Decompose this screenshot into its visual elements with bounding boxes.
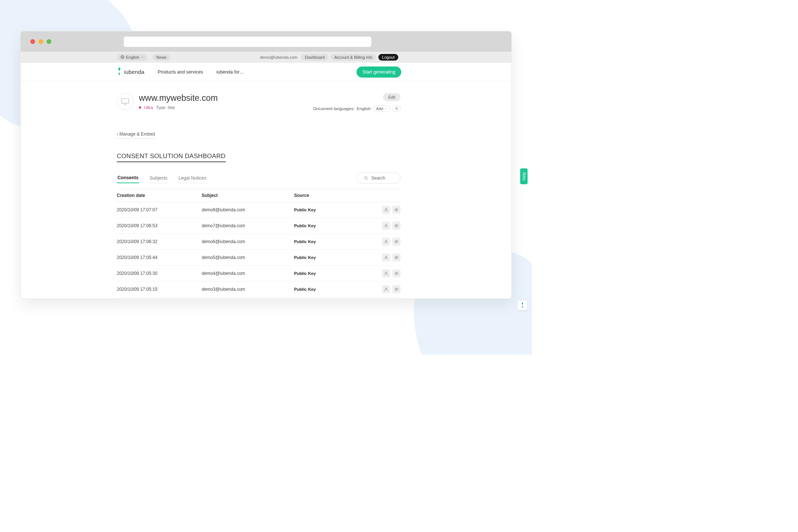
logout-label: Logout [382, 55, 395, 59]
manage-embed-back-link[interactable]: ‹ Manage & Embed [117, 132, 155, 139]
view-consent-button[interactable] [392, 222, 400, 230]
table-row: 2020/10/09 17:05:15demo3@iubenda.comPubl… [117, 282, 400, 297]
user-icon [384, 224, 388, 228]
news-button[interactable]: News [153, 54, 170, 61]
table-row: 2020/10/09 17:05:30demo4@iubenda.comPubl… [117, 266, 400, 282]
view-consent-button[interactable] [392, 269, 400, 277]
svg-point-17 [385, 288, 387, 289]
svg-point-8 [396, 209, 397, 211]
cell-source: Public Key [294, 239, 367, 244]
plan-name: Ultra [144, 105, 153, 110]
close-window-icon[interactable] [30, 39, 35, 44]
row-actions [367, 253, 400, 262]
edit-button[interactable]: Edit [383, 93, 400, 101]
view-subject-button[interactable] [382, 238, 390, 246]
col-creation-date: Creation date [117, 193, 202, 198]
delete-site-button[interactable] [392, 105, 400, 112]
news-label: News [156, 55, 167, 59]
row-actions [367, 269, 400, 277]
search-input[interactable]: Search [356, 173, 400, 184]
cell-date: 2020/10/09 17:06:53 [117, 223, 202, 228]
help-tab[interactable]: Help [520, 168, 528, 184]
view-consent-button[interactable] [392, 285, 400, 293]
svg-point-11 [385, 240, 387, 242]
view-subject-button[interactable] [382, 206, 390, 214]
view-consent-button[interactable] [392, 253, 400, 262]
dashboard-title: CONSENT SOLUTION DASHBOARD [117, 153, 226, 162]
eye-icon [394, 239, 399, 244]
brand-fab[interactable] [517, 300, 528, 310]
minimize-window-icon[interactable] [38, 39, 43, 44]
plan-indicator-icon [139, 106, 141, 109]
browser-window: English News demo@iubenda.com Dashboard … [20, 31, 512, 299]
view-consent-button[interactable] [392, 206, 400, 214]
cell-source: Public Key [294, 287, 367, 291]
eye-icon [394, 287, 399, 291]
tab-subjects[interactable]: Subjects [149, 173, 168, 183]
svg-rect-4 [119, 71, 120, 73]
logout-button[interactable]: Logout [378, 54, 398, 61]
view-subject-button[interactable] [382, 269, 390, 277]
eye-icon [394, 255, 399, 260]
view-consent-button[interactable] [392, 238, 400, 246]
svg-rect-5 [122, 99, 129, 103]
view-subject-button[interactable] [382, 285, 390, 293]
svg-point-12 [396, 241, 397, 242]
svg-point-7 [385, 208, 387, 210]
eye-icon [394, 271, 399, 276]
doc-languages-value: English [357, 106, 371, 111]
svg-point-16 [396, 273, 397, 274]
table-row: 2020/10/09 17:06:53demo7@iubenda.comPubl… [117, 218, 400, 234]
main-nav: iubenda Products and services iubenda fo… [21, 63, 511, 81]
cell-subject: demo8@iubenda.com [202, 207, 294, 212]
cell-date: 2020/10/09 17:06:32 [117, 239, 202, 244]
cell-date: 2020/10/09 17:05:44 [117, 255, 202, 260]
browser-chrome [21, 31, 511, 52]
trash-icon [395, 107, 398, 110]
table-row: 2020/10/09 17:05:44demo5@iubenda.comPubl… [117, 250, 400, 266]
table-row: 2020/10/09 17:04:57demo2@iubenda.comPubl… [117, 297, 400, 299]
address-bar[interactable] [124, 37, 371, 47]
view-subject-button[interactable] [382, 222, 390, 230]
col-source: Source [294, 193, 367, 198]
cell-subject: demo5@iubenda.com [202, 255, 294, 260]
col-subject: Subject [202, 193, 294, 198]
eye-icon [394, 224, 399, 228]
cell-date: 2020/10/09 17:05:30 [117, 271, 202, 276]
consents-table: Creation date Subject Source 2020/10/09 … [117, 189, 400, 299]
utility-bar: English News demo@iubenda.com Dashboard … [21, 52, 511, 63]
start-generating-button[interactable]: Start generating [357, 66, 401, 78]
svg-point-18 [396, 289, 397, 290]
nav-iubenda-for[interactable]: iubenda for… [216, 69, 244, 75]
language-selector[interactable]: English [117, 54, 147, 61]
svg-point-15 [385, 272, 387, 273]
svg-rect-28 [522, 305, 522, 306]
dashboard-link[interactable]: Dashboard [301, 54, 328, 61]
row-actions [367, 222, 400, 230]
view-subject-button[interactable] [382, 253, 390, 262]
add-language-button[interactable]: Add [373, 105, 390, 112]
add-label: Add [376, 106, 383, 111]
brand-logo[interactable]: iubenda [117, 68, 144, 76]
table-row: 2020/10/09 17:07:07demo8@iubenda.comPubl… [117, 202, 400, 218]
site-type: Type: Site [156, 105, 175, 110]
user-icon [384, 239, 388, 244]
doc-languages-label: Document languages: [313, 106, 355, 111]
maximize-window-icon[interactable] [47, 39, 51, 44]
dashboard-label: Dashboard [305, 55, 325, 59]
eye-icon [394, 208, 399, 212]
cell-source: Public Key [294, 208, 367, 212]
chevron-down-icon [384, 108, 387, 110]
svg-point-10 [396, 225, 397, 226]
account-billing-link[interactable]: Account & Billing info [331, 54, 376, 61]
cell-date: 2020/10/09 17:07:07 [117, 207, 202, 212]
nav-products[interactable]: Products and services [158, 69, 203, 75]
table-header: Creation date Subject Source [117, 189, 400, 202]
user-icon [384, 208, 388, 212]
language-label: English [126, 55, 139, 59]
site-meta: Ultra Type: Site [139, 105, 218, 110]
user-icon [384, 255, 388, 260]
tab-consents[interactable]: Consents [117, 173, 139, 183]
tab-legal-notices[interactable]: Legal Notices [178, 173, 207, 183]
user-email: demo@iubenda.com [260, 55, 298, 59]
